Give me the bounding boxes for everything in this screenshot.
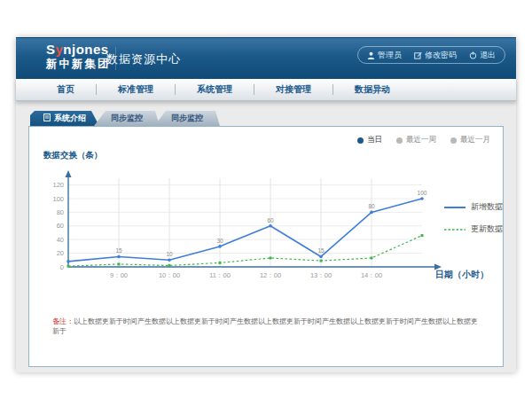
nav-item-standard-mgmt[interactable]: 标准管理	[97, 83, 175, 96]
logo-text-en: Synjones	[46, 43, 111, 58]
radio-label: 当日	[367, 135, 382, 145]
company-logo: Synjones 新中新集团	[46, 43, 111, 70]
user-name-label: 管理员	[378, 50, 402, 61]
footnote-text: 以上数据更新于时间产生数据以上数据更新于时间产生数据以上数据更新于时间产生数据以…	[52, 317, 478, 335]
current-user[interactable]: 管理员	[367, 50, 402, 61]
logout-button[interactable]: 退出	[469, 50, 496, 61]
svg-text:120: 120	[52, 181, 64, 189]
chart-panel: 当日 最近一周 最近一月 数据交换（条） 0204060801001209：00…	[28, 126, 504, 367]
nav-item-home[interactable]: 首页	[35, 83, 96, 96]
time-range-filter: 当日 最近一周 最近一月	[357, 135, 490, 145]
svg-text:100: 100	[418, 190, 427, 196]
radio-last-month[interactable]: 最近一月	[450, 135, 490, 145]
page-title: 数据资源中心	[106, 51, 181, 67]
svg-text:15: 15	[115, 247, 122, 254]
legend-label: 更新数据	[471, 223, 503, 235]
svg-text:80: 80	[57, 208, 64, 216]
content-area: 系统介绍 同步监控 同步监控 当日 最近一周	[16, 101, 516, 367]
tab-label: 系统介绍	[54, 113, 86, 124]
logout-label: 退出	[480, 50, 496, 61]
svg-text:14：00: 14：00	[361, 271, 382, 279]
nav-item-data-change[interactable]: 数据异动	[333, 83, 411, 96]
svg-text:15: 15	[317, 247, 325, 254]
legend-line-sample	[444, 205, 466, 210]
y-axis-title: 数据交换（条）	[43, 150, 103, 161]
tab-sync-monitor-2[interactable]: 同步监控	[154, 111, 220, 126]
legend-label: 新增数据	[471, 201, 503, 213]
logo-text-cn: 新中新集团	[46, 59, 111, 71]
app-header: Synjones 新中新集团 数据资源中心 管理员 修改密码	[16, 37, 516, 79]
svg-text:20: 20	[57, 249, 64, 257]
tab-bar: 系统介绍 同步监控 同步监控	[30, 111, 504, 126]
legend-item: 更新数据	[444, 223, 503, 235]
radio-dot	[357, 137, 364, 144]
x-axis-title: 日期（小时）	[435, 269, 489, 281]
svg-text:40: 40	[57, 236, 64, 244]
radio-label: 最近一月	[460, 135, 490, 145]
radio-dot	[450, 137, 457, 144]
document-icon	[43, 113, 51, 123]
change-password-label: 修改密码	[425, 50, 457, 61]
app-window: Synjones 新中新集团 数据资源中心 管理员 修改密码	[16, 37, 516, 372]
main-nav: 首页 标准管理 系统管理 对接管理 数据异动	[16, 79, 516, 101]
tab-label: 同步监控	[111, 113, 143, 124]
user-icon	[367, 51, 375, 59]
svg-text:30: 30	[216, 238, 223, 244]
legend-line-sample	[444, 227, 466, 232]
user-toolbar: 管理员 修改密码 退出	[357, 46, 505, 64]
nav-item-system-mgmt[interactable]: 系统管理	[176, 83, 254, 96]
svg-text:10: 10	[166, 251, 173, 257]
tab-label: 同步监控	[171, 113, 203, 124]
svg-text:12：00: 12：00	[260, 271, 281, 279]
svg-text:0: 0	[60, 263, 64, 271]
radio-last-week[interactable]: 最近一周	[396, 135, 436, 145]
radio-label: 最近一周	[406, 135, 436, 145]
radio-dot	[396, 137, 403, 144]
radio-today[interactable]: 当日	[357, 135, 382, 145]
svg-text:60: 60	[267, 217, 274, 223]
change-password-button[interactable]: 修改密码	[414, 50, 457, 61]
svg-text:13：00: 13：00	[310, 271, 332, 279]
tab-sync-monitor-1[interactable]: 同步监控	[94, 111, 160, 126]
svg-text:9：00: 9：00	[110, 271, 128, 279]
footnote-prefix: 备注：	[52, 317, 74, 325]
chart-legend: 新增数据更新数据	[444, 201, 503, 235]
svg-text:60: 60	[57, 222, 64, 230]
power-icon	[469, 51, 477, 59]
svg-text:80: 80	[368, 203, 375, 209]
legend-item: 新增数据	[444, 201, 503, 213]
tab-system-intro[interactable]: 系统介绍	[30, 111, 99, 126]
line-chart: 0204060801001209：0010：0011：0012：0013：001…	[42, 166, 450, 290]
nav-item-integration-mgmt[interactable]: 对接管理	[254, 83, 332, 96]
chart-svg: 0204060801001209：0010：0011：0012：0013：001…	[42, 166, 450, 290]
footnote: 备注：以上数据更新于时间产生数据以上数据更新于时间产生数据以上数据更新于时间产生…	[52, 317, 483, 336]
svg-text:11：00: 11：00	[209, 271, 231, 279]
edit-icon	[414, 51, 422, 59]
svg-text:10：00: 10：00	[159, 271, 180, 279]
svg-text:100: 100	[52, 195, 64, 203]
